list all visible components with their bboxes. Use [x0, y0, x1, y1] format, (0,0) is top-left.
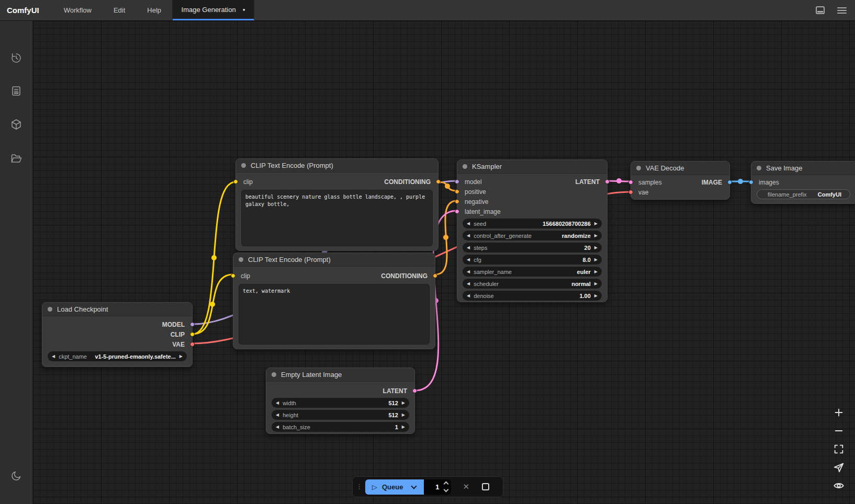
workflows-folder-icon[interactable] — [10, 152, 22, 165]
input-slot-clip[interactable] — [233, 179, 238, 184]
toggle-link-visibility-icon[interactable] — [833, 480, 845, 491]
output-slot-image[interactable] — [727, 180, 732, 185]
output-slot-vae[interactable] — [190, 342, 195, 347]
widget-cfg[interactable]: ◀ cfg 8.0 ▶ — [463, 255, 602, 265]
tab-image-generation[interactable]: Image Generation ● — [173, 0, 254, 20]
node-header[interactable]: Save Image — [751, 162, 855, 175]
chevron-down-icon[interactable] — [411, 483, 417, 489]
collapse-dot-icon[interactable] — [48, 307, 52, 312]
input-slot-model[interactable] — [455, 179, 459, 184]
widget-sampler-name[interactable]: ◀ sampler_name euler ▶ — [463, 267, 602, 277]
comfyui-logo[interactable]: ComfyUI — [0, 6, 53, 15]
output-slot-conditioning[interactable] — [433, 273, 437, 278]
arrow-right-icon[interactable]: ▶ — [402, 401, 405, 405]
input-slot-images[interactable] — [749, 180, 753, 185]
input-slot-vae[interactable] — [628, 190, 633, 194]
arrow-right-icon[interactable]: ▶ — [594, 222, 598, 226]
input-slot-clip[interactable] — [231, 273, 235, 278]
stop-icon[interactable] — [482, 483, 489, 490]
arrow-left-icon[interactable]: ◀ — [467, 294, 470, 298]
arrow-right-icon[interactable]: ▶ — [594, 258, 598, 262]
arrow-right-icon[interactable]: ▶ — [402, 425, 405, 429]
output-slot-conditioning[interactable] — [436, 179, 441, 184]
node-header[interactable]: KSampler — [457, 160, 607, 174]
clear-queue-icon[interactable]: ✕ — [463, 482, 469, 491]
arrow-left-icon[interactable]: ◀ — [52, 354, 55, 359]
node-header[interactable]: CLIP Text Encode (Prompt) — [236, 159, 438, 173]
prompt-textarea[interactable]: beautiful scenery nature glass bottle la… — [241, 190, 433, 246]
widget-filename-prefix[interactable]: filename_prefix ComfyUI — [757, 189, 850, 199]
arrow-left-icon[interactable]: ◀ — [467, 282, 470, 286]
queue-list-icon[interactable] — [10, 85, 22, 97]
node-library-icon[interactable] — [10, 118, 22, 131]
node-header[interactable]: CLIP Text Encode (Prompt) — [233, 253, 435, 267]
node-header[interactable]: Load Checkpoint — [42, 303, 192, 316]
menu-edit[interactable]: Edit — [103, 6, 136, 14]
theme-moon-icon[interactable] — [10, 469, 22, 482]
select-mode-icon[interactable] — [833, 462, 845, 473]
node-clip-text-encode-positive[interactable]: CLIP Text Encode (Prompt) clip CONDITION… — [235, 158, 438, 251]
arrow-left-icon[interactable]: ◀ — [276, 413, 279, 417]
output-slot-latent[interactable] — [412, 388, 417, 393]
widget-height[interactable]: ◀ height 512 ▶ — [272, 410, 409, 420]
output-slot-latent[interactable] — [605, 179, 610, 184]
node-save-image[interactable]: Save Image images filename_prefix ComfyU… — [751, 161, 855, 204]
hamburger-menu-icon[interactable] — [837, 7, 847, 14]
collapse-dot-icon[interactable] — [239, 257, 243, 262]
arrow-left-icon[interactable]: ◀ — [467, 234, 470, 238]
queue-button[interactable]: ▷ Queue — [365, 479, 424, 495]
widget-scheduler[interactable]: ◀ scheduler normal ▶ — [463, 279, 602, 289]
arrow-left-icon[interactable]: ◀ — [467, 246, 470, 250]
node-load-checkpoint[interactable]: Load Checkpoint MODEL CLIP VAE ◀ ckpt_na… — [42, 302, 193, 367]
arrow-right-icon[interactable]: ▶ — [594, 234, 598, 238]
input-slot-latent-image[interactable] — [455, 209, 459, 214]
widget-denoise[interactable]: ◀ denoise 1.00 ▶ — [463, 291, 602, 301]
widget-steps[interactable]: ◀ steps 20 ▶ — [463, 243, 602, 253]
history-icon[interactable] — [10, 52, 22, 64]
collapse-dot-icon[interactable] — [636, 166, 641, 170]
collapse-dot-icon[interactable] — [463, 164, 467, 169]
arrow-left-icon[interactable]: ◀ — [467, 258, 470, 262]
arrow-left-icon[interactable]: ◀ — [467, 222, 470, 226]
drag-handle[interactable]: ⋮ — [356, 484, 361, 489]
input-slot-samples[interactable] — [628, 180, 633, 185]
arrow-right-icon[interactable]: ▶ — [179, 354, 183, 359]
collapse-dot-icon[interactable] — [757, 166, 761, 170]
batch-count-input[interactable]: 1 — [424, 479, 451, 495]
output-slot-clip[interactable] — [190, 332, 195, 337]
zoom-in-icon[interactable] — [833, 407, 845, 418]
arrow-left-icon[interactable]: ◀ — [467, 270, 470, 274]
arrow-right-icon[interactable]: ▶ — [402, 413, 405, 417]
arrow-right-icon[interactable]: ▶ — [594, 246, 598, 250]
node-graph-canvas[interactable] — [33, 21, 855, 504]
node-clip-text-encode-negative[interactable]: CLIP Text Encode (Prompt) clip CONDITION… — [233, 253, 435, 349]
node-header[interactable]: Empty Latent Image — [266, 368, 414, 382]
menu-help[interactable]: Help — [136, 6, 172, 14]
prompt-textarea[interactable]: text, watermark — [239, 284, 430, 345]
collapse-dot-icon[interactable] — [272, 372, 276, 377]
widget-seed[interactable]: ◀ seed 156680208700286 ▶ — [463, 219, 602, 228]
arrow-left-icon[interactable]: ◀ — [276, 401, 279, 405]
widget-control-after-generate[interactable]: ◀ control_after_generate randomize ▶ — [463, 231, 602, 240]
menu-workflow[interactable]: Workflow — [53, 6, 103, 14]
zoom-out-icon[interactable] — [833, 425, 845, 437]
node-ksampler[interactable]: KSampler model LATENT positive negative … — [457, 159, 608, 302]
collapse-dot-icon[interactable] — [241, 163, 246, 168]
batch-count-value[interactable]: 1 — [430, 483, 444, 491]
arrow-left-icon[interactable]: ◀ — [276, 425, 279, 429]
node-header[interactable]: VAE Decode — [631, 162, 729, 175]
input-slot-negative[interactable] — [455, 199, 459, 204]
node-empty-latent-image[interactable]: Empty Latent Image LATENT ◀ width 512 ▶ … — [266, 368, 415, 434]
widget-width[interactable]: ◀ width 512 ▶ — [272, 398, 409, 408]
spinner-up-icon[interactable] — [444, 482, 449, 487]
arrow-right-icon[interactable]: ▶ — [594, 270, 598, 274]
bottom-panel-icon[interactable] — [816, 6, 825, 14]
spinner-down-icon[interactable] — [444, 487, 449, 492]
fit-view-icon[interactable] — [833, 443, 845, 455]
widget-ckpt-name[interactable]: ◀ ckpt_name v1-5-pruned-emaonly.safete..… — [48, 351, 187, 361]
arrow-right-icon[interactable]: ▶ — [594, 282, 598, 286]
input-slot-positive[interactable] — [455, 189, 459, 194]
arrow-right-icon[interactable]: ▶ — [594, 294, 598, 298]
widget-batch-size[interactable]: ◀ batch_size 1 ▶ — [272, 422, 409, 432]
output-slot-model[interactable] — [190, 322, 195, 327]
